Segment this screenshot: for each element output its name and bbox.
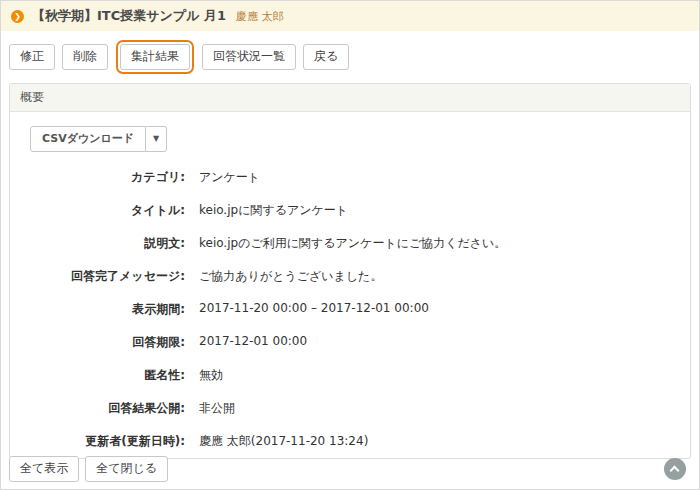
chevron-down-icon: ▼ (153, 134, 159, 143)
overview-panel: 概要 CSVダウンロード ▼ カテゴリ: アンケート タイトル: keio.jp… (9, 83, 691, 459)
field-label: 回答期限: (30, 334, 185, 351)
field-row-result-publication: 回答結果公開: 非公開 (30, 400, 670, 417)
field-row-completion-message: 回答完了メッセージ: ご協力ありがとうございました。 (30, 268, 670, 285)
field-label: 説明文: (30, 235, 185, 252)
field-value: アンケート (199, 169, 260, 186)
field-label: 表示期間: (30, 301, 185, 318)
field-value: keio.jpのご利用に関するアンケートにご協力ください。 (199, 235, 506, 252)
toolbar: 修正 削除 集計結果 回答状況一覧 戻る (1, 31, 699, 79)
aggregate-results-button[interactable]: 集計結果 (120, 44, 190, 70)
page-header: ❯ 【秋学期】ITC授業サンプル 月1 慶應 太郎 (1, 1, 699, 31)
field-value: 非公開 (199, 400, 235, 417)
page-title: 【秋学期】ITC授業サンプル 月1 (32, 7, 226, 25)
field-label: 匿名性: (30, 367, 185, 384)
field-value: keio.jpに関するアンケート (199, 202, 348, 219)
chevron-up-icon (670, 466, 680, 476)
field-row-title: タイトル: keio.jpに関するアンケート (30, 202, 670, 219)
field-label: 更新者(更新日時): (30, 433, 185, 450)
field-label: 回答結果公開: (30, 400, 185, 417)
answer-status-list-button[interactable]: 回答状況一覧 (202, 44, 296, 70)
csv-download-caret-button[interactable]: ▼ (146, 126, 167, 152)
show-all-button[interactable]: 全て表示 (9, 456, 79, 482)
field-list: カテゴリ: アンケート タイトル: keio.jpに関するアンケート 説明文: … (30, 169, 670, 450)
edit-button[interactable]: 修正 (9, 44, 55, 70)
field-label: タイトル: (30, 202, 185, 219)
scroll-to-top-button[interactable] (664, 458, 686, 480)
close-all-button[interactable]: 全て閉じる (85, 456, 168, 482)
field-value: 2017-11-20 00:00 – 2017-12-01 00:00 (199, 301, 429, 315)
field-row-updated-by: 更新者(更新日時): 慶應 太郎(2017-11-20 13:24) (30, 433, 670, 450)
field-row-anonymity: 匿名性: 無効 (30, 367, 670, 384)
footer-toolbar: 全て表示 全て閉じる (9, 456, 168, 482)
user-name: 慶應 太郎 (236, 9, 284, 24)
breadcrumb-arrow-icon: ❯ (11, 10, 24, 23)
overview-panel-body: CSVダウンロード ▼ カテゴリ: アンケート タイトル: keio.jpに関す… (10, 112, 690, 450)
field-label: 回答完了メッセージ: (30, 268, 185, 285)
page: ❯ 【秋学期】ITC授業サンプル 月1 慶應 太郎 修正 削除 集計結果 回答状… (0, 0, 700, 490)
field-row-category: カテゴリ: アンケート (30, 169, 670, 186)
csv-download-button[interactable]: CSVダウンロード (30, 126, 146, 152)
overview-panel-title: 概要 (10, 84, 690, 112)
delete-button[interactable]: 削除 (62, 44, 108, 70)
field-value: 無効 (199, 367, 223, 384)
field-value: 慶應 太郎(2017-11-20 13:24) (199, 433, 368, 450)
field-row-answer-deadline: 回答期限: 2017-12-01 00:00 (30, 334, 670, 351)
field-row-display-period: 表示期間: 2017-11-20 00:00 – 2017-12-01 00:0… (30, 301, 670, 318)
back-button[interactable]: 戻る (303, 44, 349, 70)
field-value: 2017-12-01 00:00 (199, 334, 307, 348)
csv-download-group: CSVダウンロード ▼ (30, 126, 167, 152)
field-label: カテゴリ: (30, 169, 185, 186)
field-row-description: 説明文: keio.jpのご利用に関するアンケートにご協力ください。 (30, 235, 670, 252)
field-value: ご協力ありがとうございました。 (199, 268, 382, 285)
